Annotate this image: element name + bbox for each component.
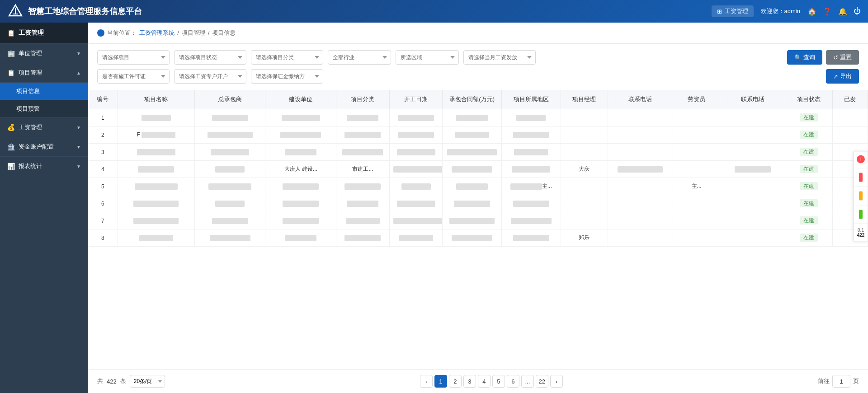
color-bar-red bbox=[859, 173, 863, 182]
filter-deposit[interactable]: 请选择保证金缴纳方 bbox=[251, 69, 323, 84]
cell-no: 7 bbox=[88, 212, 118, 229]
table-row[interactable]: 8 xxx xxx xxx xxx xxx xxx xxx 郑乐 在建 bbox=[88, 229, 868, 247]
cell-contact1 bbox=[608, 144, 673, 161]
filter-area[interactable]: 所选区域 bbox=[396, 50, 459, 65]
goto-input[interactable] bbox=[832, 375, 850, 388]
cell-status: 在建 bbox=[785, 161, 833, 178]
cell-complete bbox=[832, 109, 868, 126]
table-row[interactable]: 7 xxx xxx xxx xxx xxx xxx xxx 在建 bbox=[88, 212, 868, 229]
table-row[interactable]: 5 xxx xxx xxx xxx xxx xxx 主... 主... 在建 bbox=[88, 178, 868, 195]
page-btn-6[interactable]: 6 bbox=[507, 375, 519, 388]
right-float-panel: 1 0.1 422 bbox=[854, 151, 868, 242]
project-warning-label: 项目预警 bbox=[16, 105, 40, 113]
unit-icon: 🏢 bbox=[7, 50, 15, 57]
query-button[interactable]: 🔍 查询 bbox=[787, 50, 822, 65]
table-row[interactable]: 3 xxx xxx xxx xxx xxx xxx xxx 在建 bbox=[88, 144, 868, 161]
float-color-green[interactable] bbox=[854, 206, 868, 224]
cell-contact1: xxx bbox=[608, 161, 673, 178]
filter-permit[interactable]: 是否有施工许可证 bbox=[97, 69, 170, 84]
sidebar-item-project-warning[interactable]: 项目预警 bbox=[0, 100, 88, 118]
page-size-select[interactable]: 20条/页 10条/页 50条/页 100条/页 bbox=[130, 375, 165, 388]
page-btn-4[interactable]: 4 bbox=[478, 375, 491, 388]
cell-start-date: xxx bbox=[389, 109, 443, 126]
cell-contractor: xxx bbox=[194, 195, 265, 212]
table-wrapper[interactable]: 编号 项目名称 总承包商 建设单位 项目分类 开工日期 承包合同额(万元) 项目… bbox=[88, 90, 868, 369]
table-row[interactable]: 4 xxx xxx 大庆人 建设... 市建工... xxx xxx xxx 大… bbox=[88, 161, 868, 178]
filter-account-open[interactable]: 请选择工资专户开户 bbox=[174, 69, 246, 84]
table-row[interactable]: 6 xxx xxx xxx xxx xxx xxx xxx 在建 bbox=[88, 195, 868, 212]
filter-industry[interactable]: 全部行业 bbox=[328, 50, 391, 65]
cell-builder: xxx bbox=[265, 229, 336, 247]
cell-name: xxx bbox=[118, 229, 194, 247]
cell-builder: xxx bbox=[265, 195, 336, 212]
sidebar-item-project-label: 项目管理 bbox=[19, 69, 42, 77]
next-page-button[interactable]: › bbox=[550, 375, 563, 388]
cell-contact2 bbox=[720, 178, 785, 195]
cell-no: 6 bbox=[88, 195, 118, 212]
cell-area: xxx bbox=[501, 126, 561, 144]
cell-contact2 bbox=[720, 126, 785, 144]
export-button[interactable]: ↗ 导出 bbox=[826, 69, 859, 84]
help-icon[interactable]: ❓ bbox=[823, 7, 832, 16]
main-layout: 📋 工资管理 🏢 单位管理 ▼ 📋 项目管理 ▲ 项目信息 项目预警 💰 bbox=[0, 23, 868, 393]
account-arrow-icon: ▼ bbox=[76, 145, 81, 150]
filter-status[interactable]: 请选择项目状态 bbox=[174, 50, 246, 65]
page-btn-2[interactable]: 2 bbox=[449, 375, 462, 388]
power-icon[interactable]: ⏻ bbox=[854, 7, 861, 15]
welcome-text: 欢迎您：admin bbox=[761, 7, 800, 15]
sidebar-item-project[interactable]: 📋 项目管理 ▲ bbox=[0, 63, 88, 83]
page-btn-3[interactable]: 3 bbox=[463, 375, 476, 388]
cell-contact1 bbox=[608, 178, 673, 195]
cell-contact1 bbox=[608, 126, 673, 144]
app-header: 智慧工地综合管理服务信息平台 ⊞ 工资管理 欢迎您：admin 🏠 ❓ 🔔 ⏻ bbox=[0, 0, 868, 23]
filter-category[interactable]: 请选择项目分类 bbox=[251, 50, 323, 65]
sidebar-item-unit[interactable]: 🏢 单位管理 ▼ bbox=[0, 44, 88, 63]
float-badge-item[interactable]: 1 bbox=[854, 152, 868, 168]
sidebar-item-report[interactable]: 📊 报表统计 ▼ bbox=[0, 157, 88, 176]
sidebar-item-project-info[interactable]: 项目信息 bbox=[0, 83, 88, 100]
goto-label: 前往 bbox=[818, 377, 830, 385]
filter-project[interactable]: 请选择项目 bbox=[97, 50, 170, 65]
notification-icon[interactable]: 🔔 bbox=[838, 7, 847, 16]
cell-category: 市建工... bbox=[336, 161, 390, 178]
cell-name: xxx bbox=[118, 161, 194, 178]
breadcrumb-module: 项目管理 bbox=[182, 29, 205, 37]
float-color-red[interactable] bbox=[854, 168, 868, 187]
cell-no: 8 bbox=[88, 229, 118, 247]
prev-page-button[interactable]: ‹ bbox=[420, 375, 433, 388]
content-area: 当前位置： 工资管理系统 / 项目管理 / 项目信息 请选择项目 请选择项目状态… bbox=[88, 23, 868, 393]
sidebar-item-account[interactable]: 🏦 资金账户配置 ▼ bbox=[0, 137, 88, 157]
total-unit: 条 bbox=[120, 377, 126, 385]
reset-icon: ↺ bbox=[833, 54, 838, 61]
cell-contractor: xxx bbox=[194, 144, 265, 161]
sidebar-item-salary-label: 工资管理 bbox=[19, 123, 42, 131]
float-color-yellow[interactable] bbox=[854, 187, 868, 206]
cell-manager: 大庆 bbox=[561, 161, 608, 178]
sidebar-item-account-label: 资金账户配置 bbox=[19, 143, 54, 151]
module-selector[interactable]: ⊞ 工资管理 bbox=[712, 5, 754, 17]
breadcrumb-sep1: / bbox=[177, 30, 179, 37]
page-btn-1[interactable]: 1 bbox=[434, 375, 447, 388]
page-btn-5[interactable]: 5 bbox=[492, 375, 505, 388]
cell-labor bbox=[673, 126, 720, 144]
table-row[interactable]: 2 F xxx xxx xxx xxx xxx xxx xxx 在建 bbox=[88, 126, 868, 144]
filter-salary-date[interactable]: 请选择当月工资发放 bbox=[463, 50, 536, 65]
float-count-item[interactable]: 0.1 422 bbox=[854, 224, 868, 242]
sidebar-item-salary[interactable]: 💰 工资管理 ▼ bbox=[0, 118, 88, 137]
report-arrow-icon: ▼ bbox=[76, 164, 81, 169]
col-contact1: 联系电话 bbox=[608, 90, 673, 109]
float-count-label: 0.1 bbox=[857, 228, 865, 233]
page-unit: 页 bbox=[853, 377, 859, 385]
cell-builder: xxx bbox=[265, 109, 336, 126]
page-ellipsis[interactable]: ... bbox=[521, 375, 534, 388]
cell-contract-amount: xxx bbox=[443, 212, 502, 229]
app-title: 智慧工地综合管理服务信息平台 bbox=[28, 6, 142, 17]
breadcrumb-current-label: 当前位置： bbox=[107, 29, 137, 37]
reset-button[interactable]: ↺ 重置 bbox=[826, 50, 859, 65]
page-btn-last[interactable]: 22 bbox=[536, 375, 548, 388]
cell-category: xxx bbox=[336, 109, 390, 126]
cell-category: xxx bbox=[336, 195, 390, 212]
data-table: 编号 项目名称 总承包商 建设单位 项目分类 开工日期 承包合同额(万元) 项目… bbox=[88, 90, 868, 247]
table-row[interactable]: 1 xxx xxx xxx xxx xxx xxx xxx 在建 bbox=[88, 109, 868, 126]
home-icon[interactable]: 🏠 bbox=[807, 7, 816, 16]
